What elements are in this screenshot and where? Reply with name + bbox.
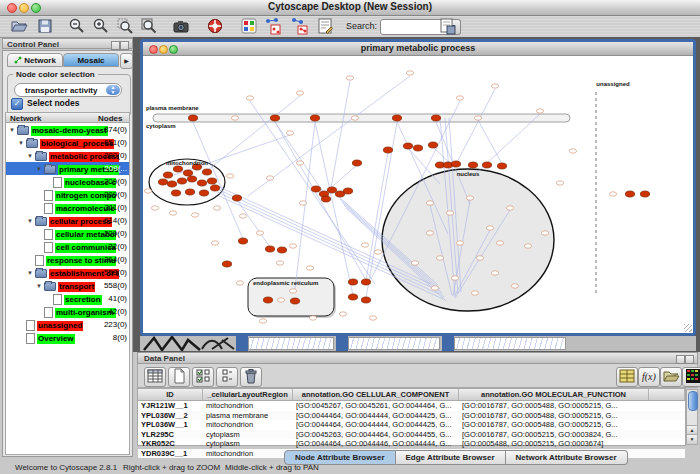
node-selected[interactable]: [327, 187, 336, 193]
node-selected[interactable]: [163, 172, 172, 178]
node-unselected[interactable]: [436, 256, 443, 260]
node-unselected[interactable]: [511, 284, 518, 288]
table-scrollbar[interactable]: ▲ ▼: [686, 389, 698, 445]
float-panel-icon[interactable]: [111, 41, 120, 50]
tab-network-attribute-browser[interactable]: Network Attribute Browser: [506, 450, 628, 465]
mosaic-plugin-icon[interactable]: [240, 17, 258, 35]
node-unselected[interactable]: [231, 116, 238, 120]
table-cell[interactable]: cytoplasm: [203, 430, 293, 440]
node-selected[interactable]: [265, 246, 274, 252]
tree-row[interactable]: Overview8(0): [6, 331, 129, 344]
save-session-icon[interactable]: [36, 17, 54, 35]
node-selected[interactable]: [277, 247, 286, 253]
node-unselected[interactable]: [476, 256, 483, 260]
tree-row[interactable]: nucleobase-c209(0): [6, 175, 129, 188]
tree-row[interactable]: unassigned223(0): [6, 318, 129, 331]
node-unselected[interactable]: [556, 181, 563, 185]
save-attributes-icon[interactable]: [616, 367, 638, 387]
node-unselected[interactable]: [426, 201, 433, 205]
resize-grip[interactable]: [684, 324, 692, 332]
tree-row[interactable]: cellular metabol209(0): [6, 227, 129, 240]
node-selected[interactable]: [185, 189, 194, 195]
tree-row[interactable]: ▼transport558(0): [6, 279, 129, 292]
tree-row[interactable]: nitrogen compou209(0): [6, 188, 129, 201]
node-unselected[interactable]: [277, 298, 284, 302]
node-unselected[interactable]: [144, 189, 151, 193]
tab-network[interactable]: Network: [7, 53, 63, 67]
select-nodes-checkbox[interactable]: ✓: [11, 98, 23, 110]
table-cell[interactable]: [GO:0044464, GO:0044444, GO:0044425, G..…: [293, 411, 459, 421]
table-row[interactable]: YKR052Ccytoplasm[GO:0044464, GO:0044446,…: [138, 439, 685, 449]
node-selected[interactable]: [188, 115, 197, 121]
table-cell[interactable]: [GO:0044464, GO:0044444, GO:0044425, G..…: [293, 420, 459, 430]
node-color-combobox[interactable]: transporter activity ▲▼: [14, 83, 122, 97]
node-selected[interactable]: [348, 279, 357, 285]
table-cell[interactable]: [GO:0044464, GO:0044446, GO:0044444, G..…: [293, 439, 459, 449]
table-column-header[interactable]: _cellularLayoutRegion: [203, 389, 293, 400]
open-session-icon[interactable]: [10, 17, 28, 35]
node-unselected[interactable]: [496, 241, 503, 245]
background-network-preview[interactable]: [248, 337, 334, 350]
node-unselected[interactable]: [296, 161, 303, 165]
node-selected[interactable]: [431, 115, 440, 121]
node-unselected[interactable]: [346, 76, 353, 80]
node-selected[interactable]: [238, 238, 247, 244]
node-selected[interactable]: [177, 178, 186, 184]
node-unselected[interactable]: [246, 96, 253, 100]
node-unselected[interactable]: [369, 316, 376, 320]
tab-scroll-right-icon[interactable]: ▶: [120, 53, 133, 69]
table-cell[interactable]: [649, 430, 685, 440]
node-unselected[interactable]: [374, 250, 381, 254]
table-cell[interactable]: [649, 420, 685, 430]
node-selected[interactable]: [383, 147, 392, 153]
table-cell[interactable]: [649, 449, 685, 459]
float-panel-icon[interactable]: [676, 355, 685, 364]
zoom-out-icon[interactable]: [68, 17, 86, 35]
table-cell[interactable]: mitochondrion: [203, 420, 293, 430]
node-unselected[interactable]: [289, 244, 296, 248]
node-unselected[interactable]: [491, 84, 498, 88]
tree-row[interactable]: ▼metabolic process280(0): [6, 149, 129, 162]
node-unselected[interactable]: [426, 231, 433, 235]
node-unselected[interactable]: [569, 149, 576, 153]
table-row[interactable]: YJR121W__1mitochondrion[GO:0045267, GO:0…: [138, 401, 685, 411]
table-cell[interactable]: [649, 411, 685, 421]
node-selected[interactable]: [343, 188, 352, 194]
function-builder-icon[interactable]: f(x): [638, 367, 660, 387]
tree-row[interactable]: multi-organism pro42(0): [6, 305, 129, 318]
node-unselected[interactable]: [213, 206, 220, 210]
table-column-header[interactable]: annotation.GO CELLULAR_COMPONENT: [293, 389, 459, 400]
node-unselected[interactable]: [296, 91, 303, 95]
node-unselected[interactable]: [456, 96, 463, 100]
collapse-network-icon[interactable]: [290, 17, 308, 35]
node-unselected[interactable]: [169, 211, 176, 215]
table-row[interactable]: YPL036W__1mitochondrion[GO:0044464, GO:0…: [138, 420, 685, 430]
node-selected[interactable]: [263, 297, 272, 303]
table-cell[interactable]: YDR039C__1: [138, 449, 203, 459]
zoom-in-icon[interactable]: [92, 17, 110, 35]
node-selected[interactable]: [199, 190, 208, 196]
node-unselected[interactable]: [411, 261, 418, 265]
tree-row[interactable]: secretion41(0): [6, 292, 129, 305]
node-selected[interactable]: [403, 143, 412, 149]
select-attributes-icon[interactable]: [192, 367, 214, 387]
node-selected[interactable]: [167, 181, 176, 187]
node-selected[interactable]: [197, 180, 206, 186]
node-selected[interactable]: [210, 185, 219, 191]
tree-row[interactable]: ▼biological_process651(0): [6, 136, 129, 149]
zoom-selected-icon[interactable]: [116, 17, 134, 35]
node-unselected[interactable]: [451, 276, 458, 280]
attribute-table-icon[interactable]: [144, 367, 166, 387]
node-selected[interactable]: [311, 186, 320, 192]
tree-row[interactable]: macromolecule311(0): [6, 201, 129, 214]
table-column-header[interactable]: annotation.GO MOLECULAR_FUNCTION: [459, 389, 649, 400]
node-unselected[interactable]: [361, 243, 368, 247]
table-cell[interactable]: [GO:0005488, GO:0005215, GO:0003674]: [459, 439, 649, 449]
expand-network-icon[interactable]: [264, 17, 282, 35]
background-network-preview[interactable]: [454, 337, 566, 350]
table-cell[interactable]: YKR052C: [138, 439, 203, 449]
tree-row[interactable]: ▼primary metaboli209(...: [6, 162, 129, 175]
node-selected[interactable]: [428, 142, 437, 148]
tree-row[interactable]: cell communicati22(0): [6, 240, 129, 253]
table-cell[interactable]: [GO:0045267, GO:0045261, GO:0044464, G..…: [293, 401, 459, 411]
